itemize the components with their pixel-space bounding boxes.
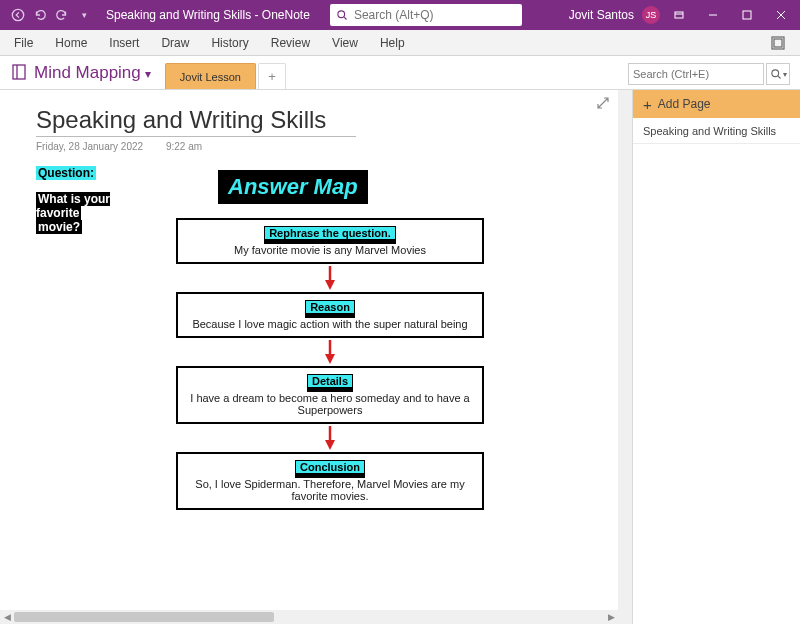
- search-icon: [336, 9, 348, 21]
- flow-box-text: I have a dream to become a hero someday …: [188, 392, 472, 416]
- add-section-button[interactable]: +: [258, 63, 286, 89]
- answer-map-title: Answer Map: [218, 170, 368, 204]
- page-search-input[interactable]: [633, 68, 771, 80]
- titlebar-left: ▾ Speaking and Writing Skills - OneNote: [0, 4, 522, 26]
- page-date: Friday, 28 January 2022: [36, 141, 143, 152]
- question-label: Question:: [36, 166, 96, 180]
- redo-icon[interactable]: [54, 7, 70, 23]
- svg-point-0: [12, 9, 23, 20]
- svg-rect-3: [743, 11, 751, 19]
- tab-review[interactable]: Review: [271, 36, 310, 50]
- tab-home[interactable]: Home: [55, 36, 87, 50]
- undo-icon[interactable]: [32, 7, 48, 23]
- section-tab-active[interactable]: Jovit Lesson: [165, 63, 256, 89]
- minimize-icon[interactable]: [698, 0, 728, 30]
- arrow-icon: [176, 426, 484, 450]
- back-icon[interactable]: [10, 7, 26, 23]
- section-bar: Mind Mapping ▾ Jovit Lesson + ▾: [0, 56, 800, 90]
- flow-box-details: Details I have a dream to become a hero …: [176, 366, 484, 424]
- notebook-dropdown-icon[interactable]: ▾: [145, 67, 151, 81]
- user-avatar[interactable]: JS: [642, 6, 660, 24]
- note-canvas[interactable]: Speaking and Writing Skills Friday, 28 J…: [0, 90, 618, 624]
- flow-box-reason: Reason Because I love magic action with …: [176, 292, 484, 338]
- customize-qat-icon[interactable]: ▾: [76, 7, 92, 23]
- svg-point-1: [338, 11, 345, 18]
- svg-rect-6: [13, 65, 25, 79]
- titlebar-right: Jovit Santos JS: [569, 0, 800, 30]
- expand-icon[interactable]: [596, 96, 610, 113]
- content-area: Speaking and Writing Skills Friday, 28 J…: [0, 90, 800, 624]
- search-box[interactable]: [330, 4, 522, 26]
- svg-marker-11: [325, 354, 335, 364]
- notebook-icon[interactable]: [10, 63, 28, 81]
- horizontal-scrollbar[interactable]: ◀ ▶: [0, 610, 618, 624]
- title-bar: ▾ Speaking and Writing Skills - OneNote …: [0, 0, 800, 30]
- scroll-track[interactable]: [14, 610, 604, 624]
- scroll-right-icon[interactable]: ▶: [604, 610, 618, 624]
- page-search-scope-button[interactable]: ▾: [766, 63, 790, 85]
- add-page-label: Add Page: [658, 97, 711, 111]
- question-text: What is your favorite movie?: [36, 192, 156, 234]
- page-header: Speaking and Writing Skills Friday, 28 J…: [0, 90, 618, 152]
- page-meta: Friday, 28 January 2022 9:22 am: [36, 141, 618, 152]
- tab-insert[interactable]: Insert: [109, 36, 139, 50]
- add-page-button[interactable]: + Add Page: [633, 90, 800, 118]
- tab-history[interactable]: History: [211, 36, 248, 50]
- svg-rect-5: [774, 39, 782, 47]
- page-time: 9:22 am: [166, 141, 202, 152]
- svg-marker-9: [325, 280, 335, 290]
- svg-rect-2: [675, 12, 683, 18]
- svg-point-7: [771, 70, 778, 77]
- fullscreen-icon[interactable]: [770, 35, 786, 51]
- close-icon[interactable]: [766, 0, 796, 30]
- page-title[interactable]: Speaking and Writing Skills: [36, 106, 618, 134]
- flow-diagram: Rephrase the question. My favorite movie…: [176, 218, 484, 510]
- flow-box-rephrase: Rephrase the question. My favorite movie…: [176, 218, 484, 264]
- page-title-rule: [36, 136, 356, 137]
- flow-box-text: Because I love magic action with the sup…: [188, 318, 472, 330]
- arrow-icon: [176, 266, 484, 290]
- flow-box-text: So, I love Spiderman. Therefore, Marvel …: [188, 478, 472, 502]
- page-pane: + Add Page Speaking and Writing Skills: [632, 90, 800, 624]
- svg-marker-13: [325, 440, 335, 450]
- tab-file[interactable]: File: [14, 36, 33, 50]
- window-title: Speaking and Writing Skills - OneNote: [106, 8, 310, 22]
- plus-icon: +: [643, 96, 652, 113]
- page-list-item[interactable]: Speaking and Writing Skills: [633, 118, 800, 144]
- tab-help[interactable]: Help: [380, 36, 405, 50]
- page-search-box[interactable]: [628, 63, 764, 85]
- ribbon-right: [770, 35, 786, 51]
- flow-box-text: My favorite movie is any Marvel Movies: [188, 244, 472, 256]
- user-name[interactable]: Jovit Santos: [569, 8, 634, 22]
- arrow-icon: [176, 340, 484, 364]
- scroll-left-icon[interactable]: ◀: [0, 610, 14, 624]
- flow-box-conclusion: Conclusion So, I love Spiderman. Therefo…: [176, 452, 484, 510]
- ribbon: File Home Insert Draw History Review Vie…: [0, 30, 800, 56]
- scroll-thumb[interactable]: [14, 612, 274, 622]
- ribbon-mode-icon[interactable]: [664, 0, 694, 30]
- tab-draw[interactable]: Draw: [161, 36, 189, 50]
- search-input[interactable]: [354, 8, 516, 22]
- notebook-name[interactable]: Mind Mapping: [34, 63, 141, 83]
- vertical-scrollbar[interactable]: [618, 90, 632, 624]
- tab-view[interactable]: View: [332, 36, 358, 50]
- maximize-icon[interactable]: [732, 0, 762, 30]
